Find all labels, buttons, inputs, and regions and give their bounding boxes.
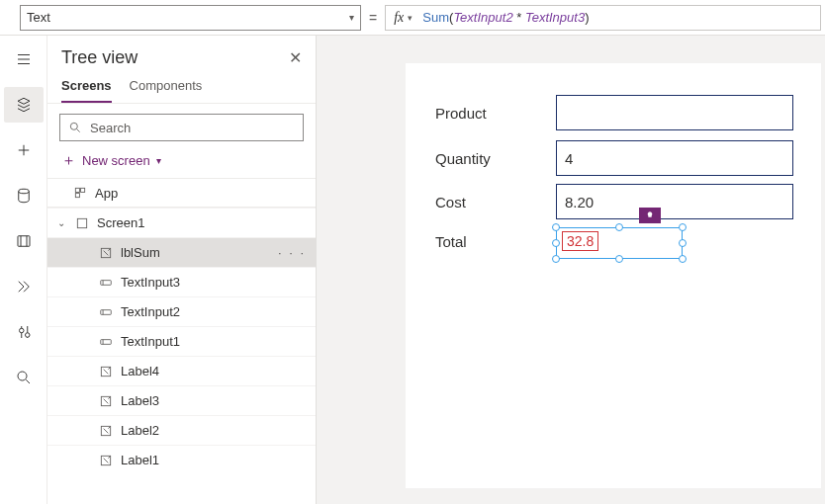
search-placeholder: Search	[90, 121, 131, 135]
chevron-down-icon: ▾	[349, 12, 354, 23]
resize-handle[interactable]	[679, 239, 687, 247]
svg-rect-9	[101, 280, 112, 285]
label-total: Total	[435, 233, 556, 250]
label-cost: Cost	[435, 194, 556, 210]
svg-rect-10	[101, 309, 112, 314]
formula-bar[interactable]: fx ▾ Sum(TextInput2 * TextInput3)	[385, 5, 821, 31]
svg-rect-11	[101, 339, 112, 344]
canvas-area: Product Quantity 4 Cost 8.20 Total 32.8	[317, 36, 825, 504]
chevron-down-icon[interactable]: ▾	[408, 13, 412, 23]
svg-rect-5	[81, 188, 85, 192]
tree-item-textinput1[interactable]: TextInput1	[47, 326, 316, 356]
label-product: Product	[435, 105, 556, 122]
resize-handle[interactable]	[679, 255, 687, 263]
chevron-down-icon[interactable]: ⌄	[57, 217, 67, 228]
flows-icon[interactable]	[4, 269, 44, 304]
screen-icon	[75, 216, 89, 230]
tree-item-label: Label4	[121, 364, 159, 378]
formula-text[interactable]: Sum(TextInput2 * TextInput3)	[418, 10, 589, 25]
tree-item-label1[interactable]: Label1	[47, 445, 316, 474]
search-icon	[68, 121, 82, 134]
property-dropdown[interactable]: Text ▾	[20, 5, 361, 31]
equals-sign: =	[369, 10, 377, 26]
panel-title: Tree view	[61, 47, 138, 68]
tree-item-label: Label1	[121, 453, 159, 467]
svg-rect-4	[75, 188, 79, 192]
fx-icon: fx	[386, 10, 408, 26]
data-icon[interactable]	[4, 178, 44, 213]
resize-handle[interactable]	[615, 223, 623, 231]
new-screen-button[interactable]: ＋ New screen ▾	[47, 147, 316, 178]
input-product[interactable]	[556, 95, 793, 130]
lblsum-value: 32.8	[562, 231, 598, 251]
tree-item-label2[interactable]: Label2	[47, 415, 316, 445]
tree-item-label: Screen1	[97, 215, 144, 230]
tree-item-label: TextInput1	[121, 334, 180, 349]
property-dropdown-value: Text	[27, 10, 50, 25]
search-icon[interactable]	[4, 360, 44, 395]
more-icon[interactable]: · · ·	[278, 245, 306, 260]
search-input[interactable]: Search	[59, 114, 304, 141]
tab-components[interactable]: Components	[130, 78, 203, 103]
tree-view-icon[interactable]	[4, 87, 44, 123]
svg-point-0	[18, 189, 29, 194]
tab-screens[interactable]: Screens	[61, 78, 112, 103]
tree-item-label3[interactable]: Label3	[47, 385, 316, 415]
resize-handle[interactable]	[615, 255, 623, 263]
left-rail	[0, 36, 47, 504]
tree-item-lblsum[interactable]: lblSum· · ·	[47, 237, 316, 267]
resize-handle[interactable]	[552, 239, 560, 247]
tree-item-app[interactable]: App	[47, 178, 316, 208]
selected-control-lblsum[interactable]: 32.8	[556, 227, 683, 259]
tree-item-textinput3[interactable]: TextInput3	[47, 267, 316, 296]
svg-point-2	[18, 372, 27, 380]
insert-icon[interactable]	[4, 132, 44, 168]
svg-rect-7	[77, 218, 86, 227]
tree-item-label: TextInput2	[121, 304, 180, 319]
plus-icon: ＋	[61, 151, 76, 170]
tree-item-label: TextInput3	[121, 275, 180, 290]
tree-item-textinput2[interactable]: TextInput2	[47, 296, 316, 326]
settings-icon[interactable]	[4, 314, 44, 350]
tree: App ⌄ Screen1 lblSum· · ·TextInput3TextI…	[47, 178, 316, 474]
tree-item-label: Label2	[121, 423, 159, 438]
close-icon[interactable]: ✕	[289, 48, 302, 67]
resize-handle[interactable]	[552, 255, 560, 263]
tree-item-label: Label3	[121, 393, 159, 408]
tree-item-screen1[interactable]: ⌄ Screen1	[47, 208, 316, 237]
input-quantity[interactable]: 4	[556, 140, 793, 176]
idea-icon[interactable]	[639, 208, 661, 223]
chevron-down-icon: ▾	[156, 155, 161, 166]
tree-view-panel: Tree view ✕ Screens Components Search ＋ …	[47, 36, 317, 504]
resize-handle[interactable]	[679, 223, 687, 231]
hamburger-icon[interactable]	[4, 42, 44, 77]
tree-item-label: App	[95, 186, 118, 201]
svg-point-3	[70, 123, 77, 129]
resize-handle[interactable]	[552, 223, 560, 231]
media-icon[interactable]	[4, 223, 44, 259]
input-cost[interactable]: 8.20	[556, 184, 793, 219]
svg-rect-6	[75, 194, 79, 198]
screen-canvas[interactable]: Product Quantity 4 Cost 8.20 Total 32.8	[406, 63, 821, 488]
app-icon	[73, 186, 87, 200]
svg-rect-1	[18, 236, 30, 247]
label-quantity: Quantity	[435, 150, 556, 167]
tree-item-label: lblSum	[121, 245, 160, 260]
tree-item-label4[interactable]: Label4	[47, 356, 316, 385]
